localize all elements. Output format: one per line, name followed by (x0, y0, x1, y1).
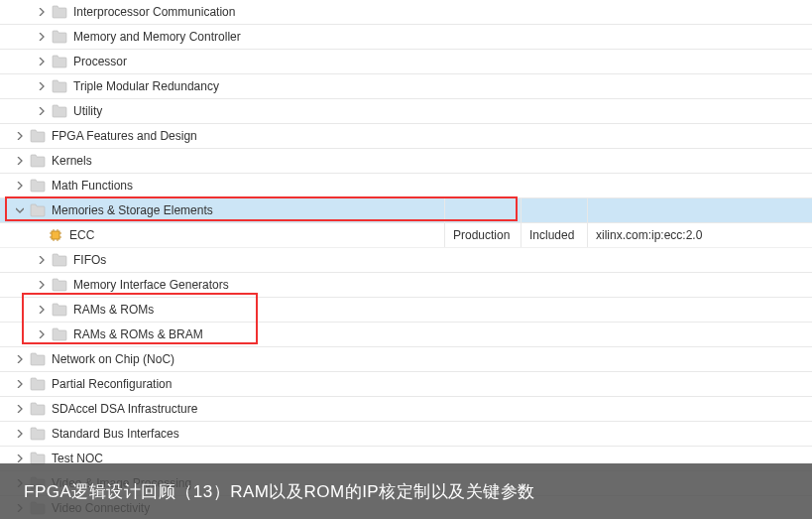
chevron-right-icon[interactable] (14, 180, 26, 192)
chevron-right-icon[interactable] (36, 105, 48, 117)
folder-icon (52, 30, 67, 44)
chevron-right-icon[interactable] (36, 80, 48, 92)
vlnv-cell: xilinx.com:ip:ecc:2.0 (587, 223, 805, 247)
tree-item[interactable]: Interprocessor Communication (0, 0, 812, 25)
chevron-right-icon[interactable] (36, 56, 48, 67)
tree-item-label: Kernels (52, 154, 92, 168)
license-cell: Included (521, 223, 587, 247)
folder-icon (30, 427, 46, 441)
folder-icon (30, 402, 46, 416)
folder-icon (30, 377, 46, 391)
folder-icon (52, 104, 67, 118)
folder-icon (30, 129, 46, 143)
folder-icon (52, 5, 67, 19)
chevron-right-icon[interactable] (14, 378, 26, 390)
tree-item-label: Network on Chip (NoC) (52, 352, 174, 366)
caption-text: FPGA逻辑设计回顾（13）RAM以及ROM的IP核定制以及关键参数 (24, 480, 535, 503)
tree-item-label: Interprocessor Communication (73, 5, 235, 19)
folder-icon (30, 203, 46, 217)
folder-icon (52, 79, 67, 93)
tree-item-label: Memory and Memory Controller (73, 30, 241, 44)
chevron-right-icon[interactable] (14, 428, 26, 440)
tree-item[interactable]: SDAccel DSA Infrastructure (0, 397, 812, 422)
chevron-right-icon[interactable] (36, 304, 48, 316)
tree-item-memories[interactable]: Memories & Storage Elements (0, 198, 812, 223)
folder-icon (52, 55, 67, 68)
tree-item-label: Partial Reconfiguration (52, 377, 172, 391)
tree-item-label: ECC (69, 228, 94, 242)
ip-core-icon (48, 227, 63, 243)
tree-item-label: Math Functions (52, 179, 133, 193)
tree-item-label: Processor (73, 55, 127, 68)
chevron-right-icon[interactable] (14, 353, 26, 365)
tree-item-label: Triple Modular Redundancy (73, 79, 219, 93)
tree-item-label: RAMs & ROMs & BRAM (73, 327, 203, 341)
tree-item-label: Memories & Storage Elements (52, 203, 213, 217)
chevron-right-icon[interactable] (14, 403, 26, 415)
chevron-right-icon[interactable] (36, 279, 48, 291)
tree-item-label: RAMs & ROMs (73, 303, 154, 317)
chevron-right-icon[interactable] (36, 6, 48, 18)
ip-catalog-tree: Interprocessor Communication Memory and … (0, 0, 812, 519)
tree-item[interactable]: Memory and Memory Controller (0, 25, 812, 50)
tree-item-label: SDAccel DSA Infrastructure (52, 402, 197, 416)
detail-columns (444, 198, 805, 222)
tree-item-rams-roms-bram[interactable]: RAMs & ROMs & BRAM (0, 323, 812, 347)
folder-icon (30, 352, 46, 366)
folder-icon (52, 303, 67, 317)
folder-icon (52, 327, 67, 341)
tree-item[interactable]: Triple Modular Redundancy (0, 74, 812, 99)
folder-icon (52, 253, 67, 267)
tree-item[interactable]: Kernels (0, 149, 812, 174)
tree-item[interactable]: Utility (0, 99, 812, 124)
chevron-down-icon[interactable] (14, 204, 26, 216)
tree-item-rams-roms[interactable]: RAMs & ROMs (0, 298, 812, 323)
folder-icon (52, 278, 67, 292)
chevron-right-icon[interactable] (14, 155, 26, 167)
caption-overlay: FPGA逻辑设计回顾（13）RAM以及ROM的IP核定制以及关键参数 (0, 463, 812, 519)
chevron-right-icon[interactable] (14, 130, 26, 142)
status-cell: Production (444, 223, 521, 247)
tree-item[interactable]: Math Functions (0, 174, 812, 198)
chevron-right-icon[interactable] (36, 328, 48, 340)
tree-item-ecc[interactable]: ECC Production Included xilinx.com:ip:ec… (0, 223, 812, 248)
tree-item[interactable]: Network on Chip (NoC) (0, 347, 812, 372)
folder-icon (30, 154, 46, 168)
tree-item-label: FIFOs (73, 253, 106, 267)
tree-item[interactable]: Memory Interface Generators (0, 273, 812, 298)
tree-item-label: Standard Bus Interfaces (52, 427, 179, 441)
tree-item[interactable]: Standard Bus Interfaces (0, 422, 812, 447)
chevron-right-icon[interactable] (36, 254, 48, 266)
tree-item[interactable]: Processor (0, 50, 812, 74)
tree-item[interactable]: FIFOs (0, 248, 812, 273)
tree-item-label: Utility (73, 104, 102, 118)
tree-item-label: FPGA Features and Design (52, 129, 197, 143)
chevron-right-icon[interactable] (36, 31, 48, 43)
tree-item[interactable]: FPGA Features and Design (0, 124, 812, 149)
tree-item-label: Memory Interface Generators (73, 278, 229, 292)
tree-item[interactable]: Partial Reconfiguration (0, 372, 812, 397)
folder-icon (30, 179, 46, 193)
detail-columns: Production Included xilinx.com:ip:ecc:2.… (444, 223, 805, 247)
